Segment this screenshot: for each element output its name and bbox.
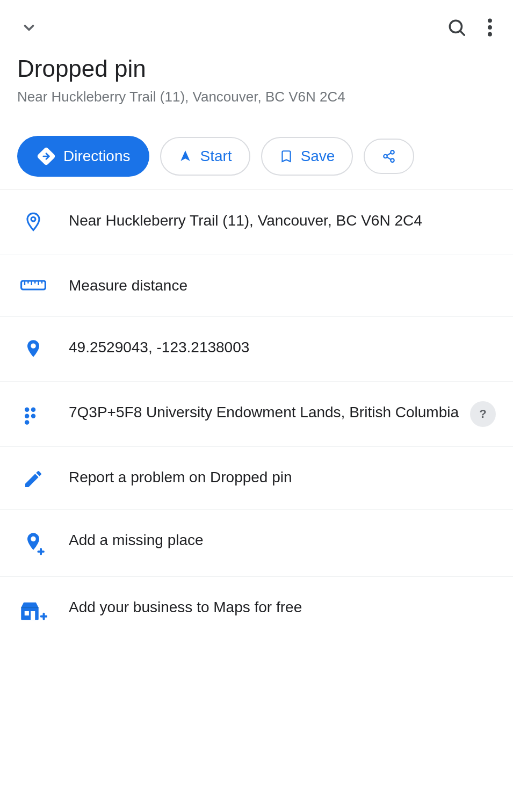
start-label: Start	[200, 148, 232, 165]
svg-line-1	[460, 31, 464, 35]
svg-point-6	[391, 150, 395, 154]
svg-point-7	[384, 155, 388, 158]
coordinates-pin-icon	[17, 336, 49, 362]
svg-point-25	[31, 536, 35, 541]
svg-rect-30	[31, 611, 35, 620]
measure-text: Measure distance	[69, 274, 187, 297]
list-item[interactable]: 49.2529043, -123.2138003	[0, 317, 513, 382]
search-button[interactable]	[444, 15, 469, 40]
action-buttons: Directions Start Save	[0, 123, 513, 190]
measure-icon	[17, 274, 49, 294]
svg-point-23	[31, 414, 35, 418]
svg-rect-28	[21, 607, 39, 620]
add-place-icon	[17, 529, 49, 557]
list-item[interactable]: Report a problem on Dropped pin	[0, 447, 513, 510]
search-icon	[446, 17, 467, 38]
save-button[interactable]: Save	[261, 137, 353, 176]
page-title: Dropped pin	[17, 56, 496, 82]
coordinates-text: 49.2529043, -123.2138003	[69, 336, 249, 359]
svg-line-9	[387, 157, 391, 159]
pluscode-content: 7Q3P+5F8 University Endowment Lands, Bri…	[69, 401, 496, 427]
list-item[interactable]: Near Huckleberry Trail (11), Vancouver, …	[0, 190, 513, 255]
share-icon	[382, 149, 396, 163]
plus-code-icon	[17, 401, 49, 427]
svg-point-22	[25, 414, 29, 418]
header-section: Dropped pin Near Huckleberry Trail (11),…	[0, 50, 513, 123]
measure-content: Measure distance	[69, 274, 496, 297]
top-bar-right	[444, 15, 496, 40]
pluscode-text: 7Q3P+5F8 University Endowment Lands, Bri…	[69, 401, 459, 424]
svg-point-11	[31, 217, 35, 221]
address-text: Near Huckleberry Trail (11), Vancouver, …	[69, 209, 422, 232]
add-place-text: Add a missing place	[69, 529, 204, 552]
add-place-content: Add a missing place	[69, 529, 496, 552]
save-icon	[279, 149, 293, 163]
share-button[interactable]	[364, 139, 414, 174]
svg-point-19	[31, 343, 35, 348]
page-subtitle: Near Huckleberry Trail (11), Vancouver, …	[17, 87, 496, 106]
address-content: Near Huckleberry Trail (11), Vancouver, …	[69, 209, 496, 232]
svg-point-3	[488, 25, 492, 30]
add-business-text: Add your business to Maps for free	[69, 596, 302, 619]
add-business-content: Add your business to Maps for free	[69, 596, 496, 619]
list-item[interactable]: Add a missing place	[0, 510, 513, 577]
directions-button[interactable]: Directions	[17, 136, 149, 177]
svg-rect-29	[25, 611, 29, 615]
coordinates-content: 49.2529043, -123.2138003	[69, 336, 496, 359]
svg-point-24	[25, 420, 29, 424]
svg-point-8	[391, 158, 395, 162]
chevron-down-icon	[19, 18, 39, 37]
report-content: Report a problem on Dropped pin	[69, 466, 496, 489]
edit-icon	[17, 466, 49, 490]
add-business-icon	[17, 596, 49, 624]
list-item[interactable]: Add your business to Maps for free	[0, 577, 513, 643]
save-label: Save	[301, 148, 335, 165]
more-options-icon	[486, 17, 494, 38]
directions-label: Directions	[63, 148, 130, 165]
chevron-down-button[interactable]	[17, 16, 41, 39]
more-options-button[interactable]	[484, 15, 496, 40]
svg-point-4	[488, 32, 492, 37]
directions-icon	[37, 147, 56, 166]
start-navigation-icon	[178, 149, 192, 163]
top-bar	[0, 0, 513, 50]
help-button[interactable]: ?	[470, 401, 496, 427]
svg-point-21	[31, 407, 35, 411]
svg-point-2	[488, 18, 492, 23]
top-bar-left	[17, 16, 41, 39]
location-pin-icon	[17, 209, 49, 235]
info-list: Near Huckleberry Trail (11), Vancouver, …	[0, 190, 513, 643]
svg-point-20	[25, 407, 29, 411]
start-button[interactable]: Start	[160, 137, 250, 176]
svg-line-10	[387, 153, 391, 155]
report-text: Report a problem on Dropped pin	[69, 466, 292, 489]
list-item[interactable]: 7Q3P+5F8 University Endowment Lands, Bri…	[0, 382, 513, 447]
list-item[interactable]: Measure distance	[0, 255, 513, 317]
